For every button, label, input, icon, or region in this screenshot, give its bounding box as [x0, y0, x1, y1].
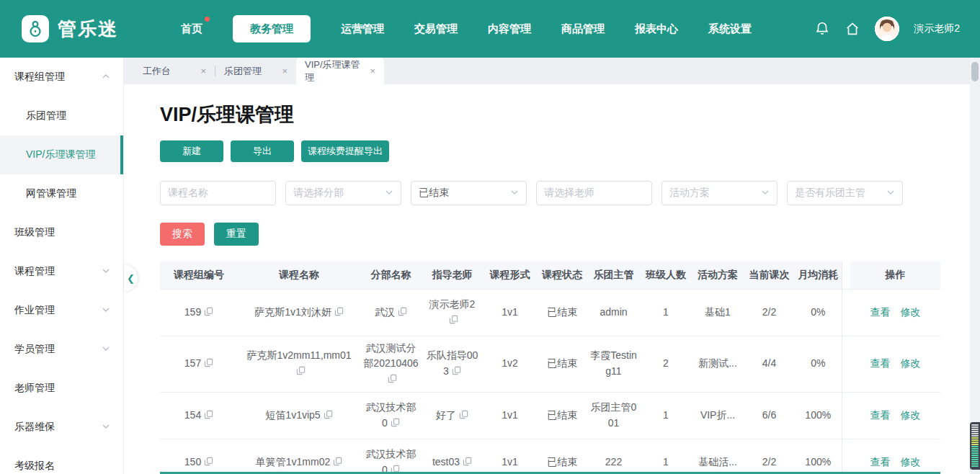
action-button[interactable]: 导出 — [231, 140, 294, 162]
table-cell: 新测试... — [692, 336, 744, 392]
action-button[interactable]: 课程续费提醒导出 — [301, 140, 389, 162]
sidebar-item[interactable]: 课程组管理 — [0, 58, 123, 97]
copy-icon[interactable] — [398, 307, 407, 316]
tab[interactable]: VIP/乐理课管理× — [296, 58, 384, 84]
browser-side-widget[interactable] — [970, 422, 980, 470]
view-link[interactable]: 查看 — [870, 456, 891, 468]
app-logo-text: 管乐迷 — [58, 17, 118, 42]
widget-stripe — [971, 455, 979, 456]
edit-link[interactable]: 修改 — [901, 456, 921, 468]
app-logo[interactable]: 管乐迷 — [22, 15, 118, 43]
table-cell: 4/4 — [744, 336, 795, 392]
view-link[interactable]: 查看 — [870, 357, 891, 369]
user-avatar[interactable] — [875, 17, 899, 41]
action-button[interactable]: 新建 — [160, 140, 223, 162]
edit-link[interactable]: 修改 — [901, 409, 921, 421]
nav-item[interactable]: 报表中心 — [635, 15, 678, 43]
fixed-column-gap — [842, 439, 850, 474]
sidebar-item[interactable]: 班级管理 — [0, 213, 123, 252]
tab-label: 工作台 — [143, 65, 171, 78]
widget-stripe — [971, 426, 979, 428]
navbar-right: 演示老师2 — [814, 17, 960, 41]
nav-item[interactable]: 交易管理 — [414, 15, 458, 43]
cell-text: 武汉 — [375, 306, 395, 318]
filter-select[interactable]: 已结束 — [411, 181, 527, 205]
sidebar-item[interactable]: 学员管理 — [0, 330, 123, 369]
tab-close-icon[interactable]: × — [370, 66, 375, 76]
chevron-down-icon — [102, 421, 110, 433]
table-cell: 单簧管1v1mm02 — [238, 439, 360, 474]
table-cell: 1v1 — [483, 392, 537, 439]
user-name[interactable]: 演示老师2 — [914, 22, 960, 35]
copy-icon[interactable] — [296, 366, 306, 375]
filter-input[interactable]: 课程名称 — [160, 181, 276, 205]
search-button[interactable]: 搜索 — [160, 223, 205, 246]
nav-item[interactable]: 教务管理 — [233, 15, 311, 43]
sidebar: 课程组管理乐团管理VIP/乐理课管理网管课管理班级管理课程管理作业管理学员管理老… — [0, 58, 124, 474]
widget-stripe — [971, 452, 979, 454]
reset-button[interactable]: 重置 — [214, 223, 259, 246]
tab[interactable]: 乐团管理× — [215, 58, 296, 84]
table-cell: 武汉测试分部20210406 — [360, 336, 422, 392]
copy-icon[interactable] — [204, 410, 213, 419]
nav-item[interactable]: 内容管理 — [488, 15, 531, 43]
tab-close-icon[interactable]: × — [200, 66, 206, 76]
filter-placeholder: 是否有乐团主管 — [795, 187, 865, 200]
tab[interactable]: 工作台× — [134, 58, 215, 84]
chevron-down-icon — [761, 187, 770, 199]
filter-select[interactable]: 是否有乐团主管 — [787, 181, 903, 205]
nav-item[interactable]: 商品管理 — [561, 15, 605, 43]
action-button-row: 新建导出课程续费提醒导出 — [160, 140, 970, 162]
copy-icon[interactable] — [459, 410, 468, 419]
nav-item[interactable]: 系统设置 — [708, 15, 752, 43]
view-link[interactable]: 查看 — [870, 306, 891, 318]
copy-icon[interactable] — [388, 374, 397, 383]
cell-text: 1v2 — [502, 357, 518, 369]
filter-input[interactable]: 请选择老师 — [536, 181, 652, 205]
widget-stripe — [971, 448, 979, 450]
column-header: 课程状态 — [537, 261, 587, 289]
cell-text: 1v1 — [502, 409, 518, 421]
filter-select[interactable]: 活动方案 — [662, 181, 778, 205]
sidebar-item[interactable]: 乐团管理 — [0, 97, 123, 135]
table-cell: 萨克斯1v1刘沐妍 — [238, 289, 360, 336]
courses-table: 课程组编号课程名称分部名称指导老师课程形式课程状态乐团主管班级人数活动方案当前课… — [160, 261, 940, 474]
copy-icon[interactable] — [204, 457, 213, 466]
copy-icon[interactable] — [204, 358, 213, 367]
vertical-scrollbar-thumb[interactable] — [971, 62, 979, 81]
copy-icon[interactable] — [463, 457, 472, 466]
column-header: 操作 — [850, 261, 940, 289]
sidebar-item[interactable]: 考级报名 — [0, 447, 123, 474]
view-link[interactable]: 查看 — [870, 409, 891, 421]
vertical-scrollbar-track[interactable] — [970, 58, 980, 474]
sidebar-item[interactable]: 网管课管理 — [0, 174, 123, 213]
nav-item[interactable]: 运营管理 — [341, 15, 384, 43]
copy-icon[interactable] — [324, 410, 333, 419]
cell-text: 1v1 — [502, 456, 518, 468]
filter-select[interactable]: 请选择分部 — [285, 181, 401, 205]
row-actions-cell: 查看修改 — [850, 289, 940, 336]
copy-icon[interactable] — [204, 307, 213, 316]
bell-icon[interactable] — [814, 21, 830, 37]
tab-close-icon[interactable]: × — [282, 66, 288, 76]
edit-link[interactable]: 修改 — [901, 357, 921, 369]
cell-text: 已结束 — [547, 306, 577, 318]
home-icon[interactable] — [845, 21, 860, 37]
cell-text: VIP折... — [700, 409, 735, 421]
sidebar-item[interactable]: 作业管理 — [0, 291, 123, 330]
sidebar-item[interactable]: 老师管理 — [0, 369, 123, 408]
table-cell: 基础活... — [692, 439, 744, 474]
edit-link[interactable]: 修改 — [901, 306, 921, 318]
sidebar-item[interactable]: 乐器维保 — [0, 408, 123, 447]
copy-icon[interactable] — [333, 457, 342, 466]
copy-icon[interactable] — [391, 418, 400, 427]
nav-item[interactable]: 首页 — [181, 15, 202, 43]
copy-icon[interactable] — [449, 315, 458, 324]
copy-icon[interactable] — [452, 366, 461, 375]
column-header: 指导老师 — [422, 261, 483, 289]
sidebar-item[interactable]: VIP/乐理课管理 — [0, 135, 123, 174]
sidebar-item[interactable]: 课程管理 — [0, 252, 123, 291]
copy-icon[interactable] — [334, 307, 344, 316]
table-cell: 6/6 — [744, 392, 795, 439]
main-nav: 首页教务管理运营管理交易管理内容管理商品管理报表中心系统设置 — [166, 15, 767, 43]
